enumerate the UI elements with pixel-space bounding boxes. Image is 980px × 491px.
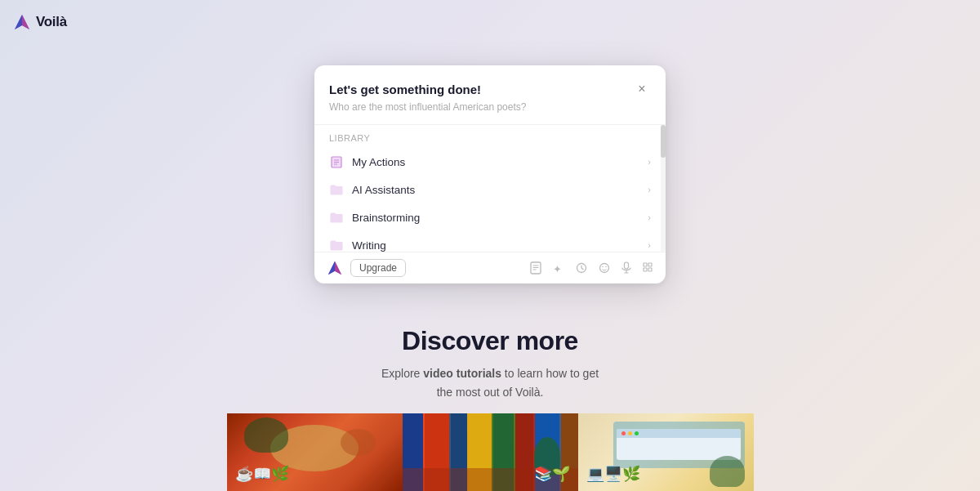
folder-icon [329,182,344,197]
svg-rect-22 [625,262,629,269]
list-item-left: AI Assistants [329,182,415,197]
close-button[interactable]: × [633,80,651,98]
list-item-ai-assistants[interactable]: AI Assistants › [314,176,666,203]
list-item-writing[interactable]: Writing › [314,231,666,252]
discover-section: Discover more Explore video tutorials to… [0,326,980,401]
list-item-right: › [648,212,651,222]
card-coffee[interactable] [227,413,403,491]
document-icon[interactable] [530,261,541,275]
footer-left: Upgrade [326,259,406,277]
discover-text-1: Explore [381,367,423,380]
ai-icon[interactable]: ✦ [553,262,564,274]
brainstorming-label: Brainstorming [352,212,420,224]
modal-list-container: Library My Action [314,125,666,252]
emoji-icon[interactable] [599,262,610,274]
list-item-right: › [648,185,651,194]
modal-subtitle: Who are the most influential American po… [329,101,651,113]
list-item-left: Writing [329,238,386,252]
modal-footer: Upgrade ✦ [314,252,666,283]
my-actions-label: My Actions [352,156,405,168]
list-item-right: › [648,240,651,250]
writing-label: Writing [352,239,386,252]
list-item-left: My Actions [329,154,405,169]
discover-text-2: to learn how to get [501,367,599,380]
folder-icon [329,210,344,225]
discover-text-3: the most out of Voilà. [437,386,544,399]
scrollbar-thumb[interactable] [661,125,666,158]
discover-subtitle: Explore video tutorials to learn how to … [0,364,980,401]
chevron-right-icon: › [648,212,651,222]
mic-icon[interactable] [621,261,631,275]
ai-assistants-label: AI Assistants [352,184,415,196]
chevron-right-icon: › [648,240,651,250]
list-item-brainstorming[interactable]: Brainstorming › [314,203,666,231]
modal-dialog: Let's get something done! × Who are the … [314,65,666,283]
svg-rect-27 [644,268,647,271]
modal-title-row: Let's get something done! × [329,80,651,98]
modal-list: Library My Action [314,125,666,252]
library-label: Library [314,125,666,148]
list-item-right: › [648,157,651,167]
svg-rect-25 [644,263,647,266]
list-item-my-actions[interactable]: My Actions › [314,148,666,176]
svg-rect-26 [648,263,652,266]
svg-line-18 [581,268,584,270]
footer-logo-icon [326,259,344,277]
book-icon [329,154,344,169]
card-desktop[interactable] [578,413,754,491]
modal-header: Let's get something done! × Who are the … [314,65,666,121]
scrollbar-track[interactable] [661,125,666,252]
chevron-right-icon: › [648,157,651,167]
chevron-right-icon: › [648,185,651,194]
svg-marker-10 [328,261,335,275]
cards-row [0,413,980,491]
discover-title: Discover more [0,326,980,356]
svg-point-20 [602,266,604,268]
grid-icon[interactable] [643,262,654,274]
svg-point-21 [605,266,607,268]
svg-marker-9 [335,261,341,275]
list-item-left: Brainstorming [329,210,420,225]
folder-icon [329,238,344,252]
card-books[interactable] [403,413,578,491]
upgrade-button[interactable]: Upgrade [350,259,406,277]
svg-rect-28 [648,268,652,271]
clock-icon[interactable] [576,262,587,274]
discover-text-bold: video tutorials [423,367,501,380]
footer-icons: ✦ [530,261,654,275]
modal-title: Let's get something done! [329,83,481,96]
svg-text:✦: ✦ [553,263,562,274]
svg-point-19 [600,264,609,273]
